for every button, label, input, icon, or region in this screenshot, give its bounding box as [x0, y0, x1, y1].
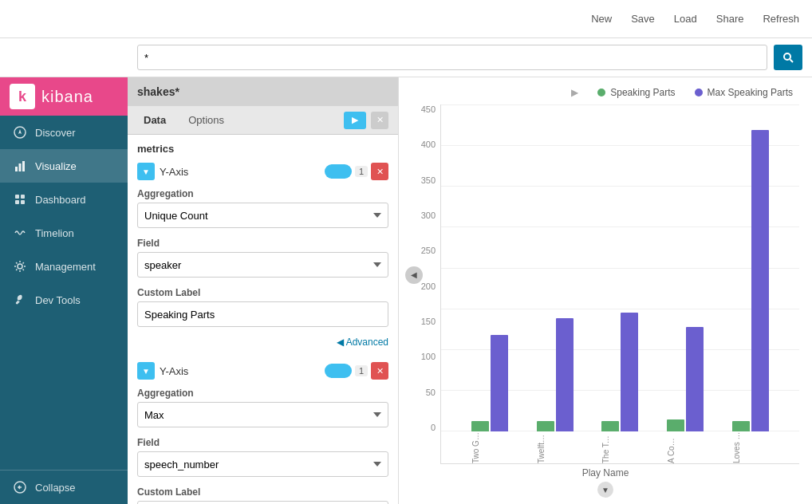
- svg-rect-6: [22, 161, 25, 171]
- svg-marker-3: [18, 129, 22, 134]
- collapse-icon: [13, 480, 27, 494]
- panel-tab-actions: ▶ ✕: [344, 112, 388, 129]
- yaxis1-custom-label-group: Custom Label: [128, 284, 398, 333]
- save-link[interactable]: Save: [631, 13, 655, 25]
- dashboard-label: Dashboard: [35, 194, 86, 206]
- yaxis1-row: ▼ Y-Axis 1 ✕: [128, 158, 398, 185]
- new-link[interactable]: New: [591, 13, 612, 25]
- sidebar-bottom: Collapse: [0, 470, 128, 504]
- sidebar-item-management[interactable]: Management: [0, 250, 128, 283]
- tab-options[interactable]: Options: [182, 111, 231, 129]
- bar-green-4[interactable]: [732, 421, 750, 431]
- yaxis2-remove-button[interactable]: ✕: [371, 362, 388, 380]
- compass-icon: [13, 125, 27, 140]
- yaxis1-advanced-link[interactable]: Advanced: [128, 333, 398, 351]
- editor-panel: shakes* Data Options ▶ ✕ metrics ▼ Y-Axi…: [128, 77, 399, 504]
- visualize-label: Visualize: [35, 160, 77, 172]
- legend-label-speaking: Speaking Parts: [610, 87, 675, 98]
- metrics-section-title: metrics: [128, 135, 398, 158]
- bar-purple-3[interactable]: [686, 327, 704, 431]
- svg-rect-9: [15, 200, 19, 204]
- bar-pair: [601, 313, 638, 431]
- y-label-100: 100: [412, 352, 440, 361]
- grid-icon: [13, 192, 27, 207]
- bar-green-3[interactable]: [667, 419, 684, 431]
- x-label-2: The Tempest: [601, 431, 638, 463]
- y-label-150: 150: [412, 317, 440, 326]
- panel-nav-arrow[interactable]: ◀: [405, 266, 423, 284]
- yaxis1-remove-button[interactable]: ✕: [371, 163, 388, 180]
- tab-data[interactable]: Data: [137, 111, 172, 129]
- yaxis1-custom-label-label: Custom Label: [137, 287, 388, 298]
- sidebar-item-collapse[interactable]: Collapse: [0, 471, 128, 504]
- yaxis2-field-group: Field speech_number: [128, 434, 398, 483]
- sidebar-item-devtools[interactable]: Dev Tools: [0, 283, 128, 317]
- search-input[interactable]: [137, 45, 767, 70]
- yaxis1-field-select[interactable]: speaker: [137, 252, 388, 278]
- yaxis2-toggle-group: 1 ✕: [325, 362, 388, 380]
- legend-dot-max-speaking: [695, 89, 703, 96]
- chart-legend: ▶ Speaking Parts Max Speaking Parts: [412, 87, 799, 98]
- x-label-3: A Comedy of Errors: [667, 431, 704, 463]
- bar-green-0[interactable]: [471, 421, 489, 431]
- yaxis2-aggregation-select[interactable]: Max: [137, 402, 388, 427]
- chart-area: ▶ Speaking Parts Max Speaking Parts 0: [399, 77, 812, 504]
- y-axis-labels: 0 50 100 150 200 250 300 350 400 450: [412, 104, 440, 464]
- bar-green-2[interactable]: [601, 421, 619, 431]
- yaxis1-expand-button[interactable]: ▼: [137, 163, 155, 180]
- sidebar-logo: k kibana: [0, 77, 128, 116]
- y-label-50: 50: [412, 388, 440, 397]
- svg-rect-5: [19, 163, 22, 171]
- panel-header: shakes*: [128, 77, 398, 106]
- legend-prev-button[interactable]: ▶: [571, 87, 578, 98]
- kibana-logo-text: kibana: [41, 88, 93, 106]
- yaxis2-toggle[interactable]: [325, 364, 352, 378]
- bar-pair: [732, 130, 769, 431]
- svg-rect-10: [21, 200, 25, 204]
- close-panel-button[interactable]: ✕: [371, 112, 388, 129]
- chart-plot: Two Gentlemen of...Twelfth NightThe Temp…: [440, 104, 799, 464]
- yaxis2-expand-button[interactable]: ▼: [137, 362, 155, 380]
- yaxis2-custom-label-input[interactable]: [137, 501, 388, 504]
- yaxis2-field-select[interactable]: speech_number: [137, 451, 388, 477]
- search-button[interactable]: [774, 45, 802, 70]
- share-link[interactable]: Share: [716, 13, 744, 25]
- bar-green-1[interactable]: [537, 421, 554, 431]
- yaxis1-aggregation-label: Aggregation: [137, 188, 388, 199]
- top-navigation: New Save Load Share Refresh: [591, 13, 799, 25]
- play-button[interactable]: ▶: [344, 112, 366, 129]
- chart-nav-down-button[interactable]: ▼: [597, 482, 613, 498]
- y-label-400: 400: [412, 140, 440, 149]
- sidebar-item-dashboard[interactable]: Dashboard: [0, 183, 128, 216]
- x-label-4: Loves Labours Lost: [732, 431, 769, 463]
- bar-purple-4[interactable]: [751, 130, 769, 431]
- sidebar-item-visualize[interactable]: Visualize: [0, 149, 128, 183]
- sidebar-item-discover[interactable]: Discover: [0, 116, 128, 149]
- y-label-350: 350: [412, 175, 440, 185]
- load-link[interactable]: Load: [674, 13, 697, 25]
- yaxis2-num: 1: [355, 365, 368, 376]
- wrench-icon: [13, 293, 27, 307]
- bar-purple-1[interactable]: [556, 318, 574, 431]
- yaxis1-custom-label-input[interactable]: [137, 301, 388, 327]
- chart-icon: [13, 159, 27, 173]
- legend-item-speaking-parts: Speaking Parts: [597, 87, 675, 98]
- sidebar-item-timelion[interactable]: Timelion: [0, 216, 128, 250]
- wave-icon: [13, 226, 27, 240]
- svg-line-1: [790, 60, 794, 63]
- svg-rect-7: [15, 195, 19, 199]
- bar-purple-0[interactable]: [491, 335, 508, 431]
- timelion-label: Timelion: [35, 227, 74, 239]
- kibana-logo-icon: k: [10, 84, 35, 109]
- refresh-link[interactable]: Refresh: [763, 13, 799, 25]
- svg-rect-8: [21, 195, 25, 199]
- yaxis2-aggregation-group: Aggregation Max: [128, 384, 398, 434]
- yaxis1-aggregation-select[interactable]: Unique Count: [137, 203, 388, 228]
- bar-purple-2[interactable]: [621, 313, 638, 431]
- yaxis1-field-group: Field speaker: [128, 234, 398, 284]
- bar-pair: [471, 335, 508, 431]
- yaxis1-num: 1: [355, 166, 368, 177]
- svg-point-0: [784, 53, 790, 60]
- yaxis1-toggle[interactable]: [325, 164, 352, 179]
- x-label-1: Twelfth Night: [537, 431, 574, 463]
